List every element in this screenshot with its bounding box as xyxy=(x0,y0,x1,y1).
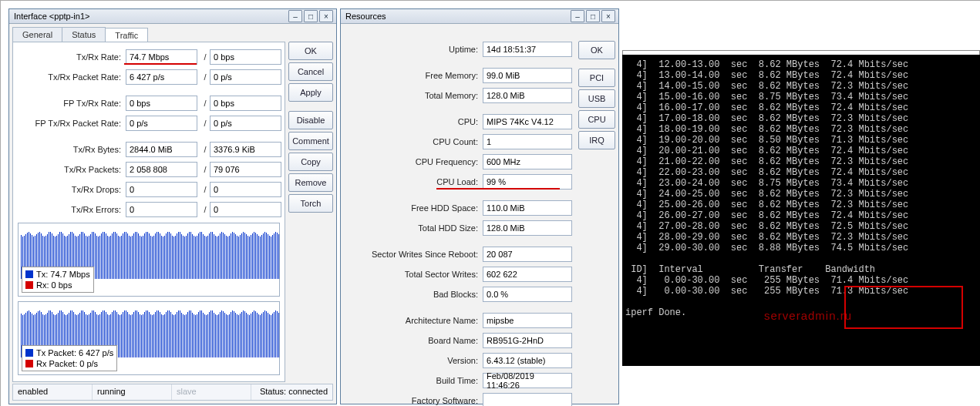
field-rx-bytes: 3376.9 KiB xyxy=(210,142,281,157)
label-txrx-drops: Tx/Rx Drops: xyxy=(13,185,126,194)
usb-button[interactable]: USB xyxy=(578,89,615,108)
res-row-totalmem: Total Memory:128.0 MiB xyxy=(344,87,575,104)
field-board: RB951G-2HnD xyxy=(483,333,572,348)
minimize-icon[interactable]: – xyxy=(288,10,302,22)
label-fsoft: Factory Software: xyxy=(344,396,483,405)
status-enabled: enabled xyxy=(13,384,93,400)
swatch-red-icon xyxy=(25,281,33,289)
status-slave: slave xyxy=(172,384,251,400)
maximize-icon[interactable]: □ xyxy=(304,10,318,22)
label-cpuload: CPU Load: xyxy=(344,177,483,186)
cpu-button[interactable]: CPU xyxy=(578,110,615,129)
field-freemem: 99.0 MiB xyxy=(483,68,572,83)
res-row-totalhdd: Total HDD Size:128.0 MiB xyxy=(344,220,575,237)
field-cpuload: 99 % xyxy=(483,174,572,190)
label-uptime: Uptime: xyxy=(344,45,483,54)
minimize-icon[interactable]: – xyxy=(571,10,584,22)
res-row-fsoft: Factory Software: xyxy=(344,392,575,406)
remove-button[interactable]: Remove xyxy=(288,173,333,192)
field-bad: 0.0 % xyxy=(483,287,572,302)
legend-rx: Rx: 0 bps xyxy=(36,280,72,290)
label-arch: Architecture Name: xyxy=(344,316,483,325)
legend-tx: Tx: 74.7 Mbps xyxy=(36,269,90,280)
torch-button[interactable]: Torch xyxy=(288,194,333,213)
res-row-cpu: CPU:MIPS 74Kc V4.12 xyxy=(344,113,575,130)
label-txrx-bytes: Tx/Rx Bytes: xyxy=(13,145,126,154)
field-rx-pkt-rate: 0 p/s xyxy=(210,69,281,85)
tab-traffic[interactable]: Traffic xyxy=(105,28,148,42)
label-cpucount: CPU Count: xyxy=(344,137,483,146)
field-fp-tx-pkt: 0 p/s xyxy=(126,116,197,131)
field-tx-drops: 0 xyxy=(126,182,197,197)
res-row-freemem: Free Memory:99.0 MiB xyxy=(344,67,575,84)
res-row-ver: Version:6.43.12 (stable) xyxy=(344,352,575,369)
label-txrx-pkt-rate: Tx/Rx Packet Rate: xyxy=(13,72,126,82)
cancel-button[interactable]: Cancel xyxy=(288,62,333,81)
field-rx-pkts: 79 076 xyxy=(210,162,281,177)
label-txrx-err: Tx/Rx Errors: xyxy=(13,205,126,214)
interface-titlebar[interactable]: Interface <pptp-in1> – □ × xyxy=(9,9,336,24)
res-row-cpucount: CPU Count:1 xyxy=(344,133,575,150)
label-freemem: Free Memory: xyxy=(344,71,483,80)
pkt-graph: Tx Packet: 6 427 p/s Rx Packet: 0 p/s xyxy=(18,301,280,375)
tab-general[interactable]: General xyxy=(12,27,62,42)
field-tx-pkt-rate: 6 427 p/s xyxy=(126,69,197,85)
label-freehdd: Free HDD Space: xyxy=(344,203,483,213)
field-fp-rx-rate: 0 bps xyxy=(210,96,281,111)
label-tsecw: Total Sector Writes: xyxy=(344,270,483,279)
field-rx-drops: 0 xyxy=(210,182,281,197)
disable-button[interactable]: Disable xyxy=(288,111,333,129)
traffic-sheet: Tx/Rx Rate:74.7 Mbps/0 bps Tx/Rx Packet … xyxy=(12,42,285,382)
comment-button[interactable]: Comment xyxy=(288,132,333,150)
res-row-secw: Sector Writes Since Reboot:20 087 xyxy=(344,246,575,263)
label-secw: Sector Writes Since Reboot: xyxy=(344,250,483,259)
field-cpucount: 1 xyxy=(483,134,572,149)
res-row-uptime: Uptime:14d 18:51:37 xyxy=(344,41,575,58)
label-cpu: CPU: xyxy=(344,117,483,126)
field-uptime: 14d 18:51:37 xyxy=(483,42,572,57)
resources-window: Resources – □ × Uptime:14d 18:51:37Free … xyxy=(340,8,619,404)
maximize-icon[interactable]: □ xyxy=(586,10,600,22)
rate-graph: Tx: 74.7 Mbps Rx: 0 bps xyxy=(18,223,280,297)
field-freehdd: 110.0 MiB xyxy=(483,200,572,216)
field-ver: 6.43.12 (stable) xyxy=(483,353,572,368)
res-row-board: Board Name:RB951G-2HnD xyxy=(344,332,575,349)
close-icon[interactable]: × xyxy=(601,10,615,22)
interface-title: Interface <pptp-in1> xyxy=(12,12,287,21)
irq-button[interactable]: IRQ xyxy=(578,131,615,149)
status-connected: Status: connected xyxy=(255,384,332,400)
watermark: serveradmin.ru xyxy=(764,309,852,322)
res-row-tsecw: Total Sector Writes:602 622 xyxy=(344,266,575,283)
field-fp-rx-pkt: 0 p/s xyxy=(210,116,281,131)
label-totalmem: Total Memory: xyxy=(344,91,483,100)
highlight-bandwidth xyxy=(844,286,963,329)
res-row-cpufreq: CPU Frequency:600 MHz xyxy=(344,153,575,170)
field-cpufreq: 600 MHz xyxy=(483,154,572,169)
field-totalmem: 128.0 MiB xyxy=(483,88,572,103)
field-fp-tx-rate: 0 bps xyxy=(126,96,197,111)
resources-titlebar[interactable]: Resources – □ × xyxy=(341,9,618,24)
close-icon[interactable]: × xyxy=(319,10,333,22)
field-totalhdd: 128.0 MiB xyxy=(483,220,572,236)
apply-button[interactable]: Apply xyxy=(288,83,333,102)
label-bad: Bad Blocks: xyxy=(344,290,483,299)
field-fsoft xyxy=(483,393,572,406)
pci-button[interactable]: PCI xyxy=(578,69,615,87)
label-totalhdd: Total HDD Size: xyxy=(344,223,483,233)
swatch-blue-icon xyxy=(25,270,33,278)
tab-status[interactable]: Status xyxy=(62,27,106,42)
resources-title: Resources xyxy=(344,12,569,21)
swatch-blue-icon xyxy=(25,349,33,357)
legend-rx-pkt: Rx Packet: 0 p/s xyxy=(36,358,98,369)
label-txrx-rate: Tx/Rx Rate: xyxy=(13,52,126,62)
field-btime: Feb/08/2019 11:46:26 xyxy=(483,373,572,388)
ok-button[interactable]: OK xyxy=(288,42,333,60)
field-tsecw: 602 622 xyxy=(483,267,572,282)
field-secw: 20 087 xyxy=(483,247,572,262)
label-fp-txrx-pkt-rate: FP Tx/Rx Packet Rate: xyxy=(13,119,126,128)
res-row-arch: Architecture Name:mipsbe xyxy=(344,312,575,329)
field-arch: mipsbe xyxy=(483,313,572,328)
status-running: running xyxy=(93,384,172,400)
ok-button[interactable]: OK xyxy=(578,41,615,59)
copy-button[interactable]: Copy xyxy=(288,153,333,171)
